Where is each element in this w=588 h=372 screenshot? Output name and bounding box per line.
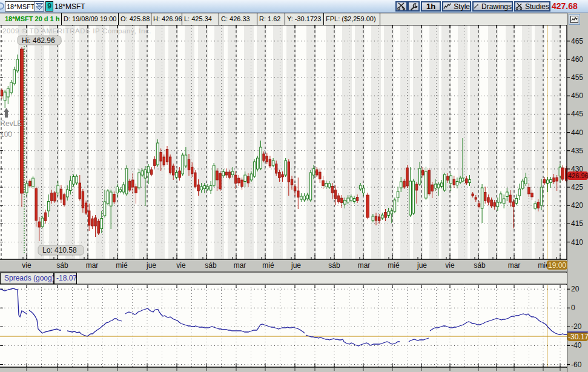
svg-text:0: 0 [571, 304, 575, 312]
svg-text:mar: mar [508, 261, 521, 270]
svg-text:vie: vie [445, 261, 455, 270]
svg-text:-20: -20 [571, 322, 582, 331]
svg-text:465: 465 [571, 37, 583, 45]
svg-text:sáb: sáb [56, 261, 68, 270]
svg-text:20: 20 [571, 285, 580, 293]
svg-text:/RevLE: /RevLE [0, 119, 22, 128]
svg-text:mié: mié [262, 261, 274, 270]
svg-text:445: 445 [571, 110, 583, 118]
svg-text:460: 460 [571, 55, 583, 64]
svg-text:440: 440 [571, 128, 583, 137]
svg-text:mié: mié [116, 261, 128, 270]
svg-text:426.96: 426.96 [568, 172, 588, 179]
svg-text:mar: mar [358, 261, 371, 270]
svg-text:455: 455 [571, 73, 583, 82]
svg-text:-40: -40 [571, 341, 582, 350]
svg-text:420: 420 [571, 201, 583, 210]
svg-text:425: 425 [571, 183, 583, 191]
svg-text:410: 410 [571, 238, 583, 247]
svg-text:Lo: 410.58: Lo: 410.58 [42, 246, 77, 254]
svg-text:mié: mié [388, 261, 400, 270]
svg-text:vie: vie [176, 261, 186, 270]
svg-text:mar: mar [234, 261, 246, 270]
svg-text:-30.17: -30.17 [568, 333, 588, 341]
svg-text:Spreads (goog): Spreads (goog) [4, 274, 55, 282]
svg-text:100: 100 [0, 130, 12, 139]
svg-text:vie: vie [22, 261, 31, 270]
svg-text:2009 © TD AMERITRADE IP Compan: 2009 © TD AMERITRADE IP Company, Inc. [2, 27, 151, 35]
svg-text:435: 435 [571, 147, 583, 155]
svg-text:sáb: sáb [328, 261, 340, 270]
svg-text:sáb: sáb [474, 261, 486, 270]
svg-text:jue: jue [291, 261, 301, 270]
svg-text:jue: jue [417, 261, 427, 270]
svg-text:mar: mar [86, 261, 99, 270]
svg-text:-60: -60 [571, 360, 582, 369]
svg-text:jue: jue [146, 261, 156, 270]
svg-text:Hi: 462.96: Hi: 462.96 [22, 36, 55, 45]
svg-text:450: 450 [571, 91, 583, 100]
svg-text:sáb: sáb [205, 261, 217, 270]
svg-text:-18.07: -18.07 [56, 274, 77, 282]
svg-text:415: 415 [571, 219, 583, 228]
svg-text:19:00: 19:00 [548, 261, 566, 270]
